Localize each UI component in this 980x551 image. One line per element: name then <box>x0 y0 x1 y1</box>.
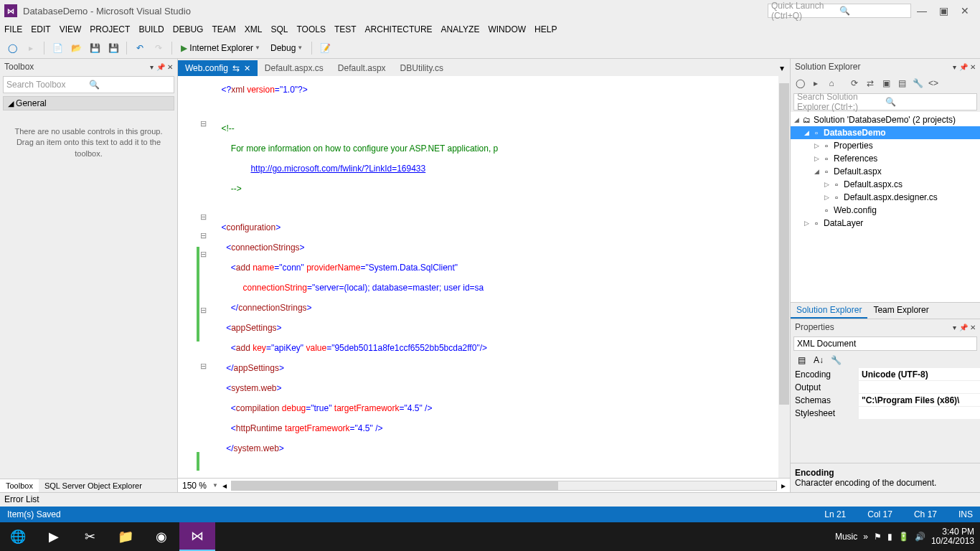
tray-power-icon[interactable]: 🔋 <box>898 532 909 542</box>
expand-icon[interactable]: ▷ <box>802 220 811 227</box>
property-row[interactable]: Stylesheet <box>791 407 980 420</box>
system-tray[interactable]: Music » ⚑ ▮ 🔋 🔊 3:40 PM 10/24/2013 <box>835 527 980 546</box>
se-refresh-icon[interactable]: ⟳ <box>848 77 861 90</box>
nav-back-icon[interactable]: ◯ <box>4 40 20 56</box>
open-file-icon[interactable]: 📂 <box>68 40 84 56</box>
se-preview-icon[interactable]: <> <box>927 77 940 90</box>
chevron-down-icon[interactable]: ▼ <box>212 482 218 489</box>
taskbar-media-icon[interactable]: ▶ <box>36 522 72 551</box>
save-all-icon[interactable]: 💾 <box>105 40 121 56</box>
tree-node[interactable]: ▷▫Properties <box>791 139 980 152</box>
close-icon[interactable]: ✕ <box>167 63 173 71</box>
menu-build[interactable]: BUILD <box>138 24 164 34</box>
tree-solution-root[interactable]: ◢ 🗂 Solution 'DatabaseDemo' (2 projects) <box>791 113 980 126</box>
pin-icon[interactable]: 📌 <box>959 63 968 71</box>
tab-default-aspx-cs[interactable]: Default.aspx.cs <box>258 60 331 76</box>
close-icon[interactable]: ✕ <box>244 64 250 73</box>
solution-tree[interactable]: ◢ 🗂 Solution 'DatabaseDemo' (2 projects)… <box>791 112 980 302</box>
nav-fwd-icon[interactable]: ▸ <box>23 40 39 56</box>
new-project-icon[interactable]: 📄 <box>50 40 65 56</box>
tree-node[interactable]: ▷▫Default.aspx.designer.cs <box>791 191 980 204</box>
tab-toolbox[interactable]: Toolbox <box>0 479 39 492</box>
config-select[interactable]: Debug ▼ <box>267 40 306 56</box>
close-button[interactable]: ✕ <box>954 5 976 17</box>
property-row[interactable]: EncodingUnicode (UTF-8) <box>791 368 980 381</box>
menu-window[interactable]: WINDOW <box>488 24 526 34</box>
pin-icon[interactable]: 📌 <box>156 63 165 71</box>
close-icon[interactable]: ✕ <box>970 324 976 331</box>
tree-node[interactable]: ◢▫DatabaseDemo <box>791 126 980 139</box>
menu-analyze[interactable]: ANALYZE <box>441 24 480 34</box>
start-debug-button[interactable]: ▶ Internet Explorer ▼ <box>177 40 264 56</box>
dropdown-icon[interactable]: ▾ <box>150 63 154 71</box>
save-icon[interactable]: 💾 <box>87 40 103 56</box>
xml-tool-icon[interactable]: 📝 <box>317 40 333 56</box>
se-collapse-icon[interactable]: ▣ <box>880 77 892 90</box>
tab-team-explorer[interactable]: Team Explorer <box>867 303 934 319</box>
tray-network-icon[interactable]: ▮ <box>887 532 892 542</box>
hscroll-right-icon[interactable]: ▸ <box>781 481 786 491</box>
expand-icon[interactable]: ◢ <box>792 116 801 123</box>
menu-test[interactable]: TEST <box>334 24 357 34</box>
expand-icon[interactable]: ◢ <box>812 168 821 175</box>
properties-selector[interactable]: XML Document <box>793 336 977 351</box>
expand-icon[interactable]: ▷ <box>822 194 831 201</box>
close-icon[interactable]: ✕ <box>970 63 976 71</box>
se-fwd-icon[interactable]: ▸ <box>809 77 822 90</box>
undo-icon[interactable]: ↶ <box>132 40 148 56</box>
quick-launch-input[interactable]: Quick Launch (Ctrl+Q) 🔍 <box>768 4 911 18</box>
menu-view[interactable]: VIEW <box>60 24 82 34</box>
se-home-icon[interactable]: ⌂ <box>825 77 838 90</box>
menu-debug[interactable]: DEBUG <box>173 24 204 34</box>
tree-node[interactable]: ▷▫Default.aspx.cs <box>791 178 980 191</box>
tray-clock[interactable]: 3:40 PM 10/24/2013 <box>931 527 974 546</box>
taskbar-chrome-icon[interactable]: ◉ <box>143 522 179 551</box>
prop-value[interactable] <box>859 381 980 393</box>
expand-icon[interactable]: ▷ <box>812 155 821 162</box>
menu-help[interactable]: HELP <box>534 24 557 34</box>
tree-node[interactable]: ▫Web.config <box>791 204 980 217</box>
se-search-input[interactable]: Search Solution Explorer (Ctrl+;) 🔍 <box>793 93 977 110</box>
property-row[interactable]: Output <box>791 381 980 394</box>
menu-tools[interactable]: TOOLS <box>296 24 325 34</box>
expand-icon[interactable]: ◢ <box>802 129 811 136</box>
tree-node[interactable]: ◢▫Default.aspx <box>791 165 980 178</box>
tab-dbutility-cs[interactable]: DBUtility.cs <box>393 60 451 76</box>
tree-node[interactable]: ▷▫DataLayer <box>791 217 980 230</box>
toolbox-group-general[interactable]: ◢ General <box>3 96 174 110</box>
tab-webconfig[interactable]: Web.config ⇆ ✕ <box>178 60 258 76</box>
minimize-button[interactable]: — <box>911 5 933 17</box>
expand-icon[interactable]: ▷ <box>822 181 831 188</box>
se-sync-icon[interactable]: ⇄ <box>864 77 877 90</box>
tray-chevron-icon[interactable]: » <box>863 532 868 542</box>
menu-architecture[interactable]: ARCHITECTURE <box>365 24 433 34</box>
dropdown-icon[interactable]: ▾ <box>953 63 956 71</box>
expand-icon[interactable]: ▷ <box>812 142 821 149</box>
menu-sql[interactable]: SQL <box>270 24 288 34</box>
wrench-icon[interactable]: 🔧 <box>828 352 844 368</box>
alphabetical-icon[interactable]: A↓ <box>811 352 826 368</box>
pin-icon[interactable]: 📌 <box>959 324 968 331</box>
categorized-icon[interactable]: ▤ <box>793 352 809 368</box>
tray-flag-icon[interactable]: ⚑ <box>874 532 882 542</box>
redo-icon[interactable]: ↷ <box>151 40 166 56</box>
menu-edit[interactable]: EDIT <box>31 24 50 34</box>
tree-node[interactable]: ▷▫References <box>791 152 980 165</box>
property-row[interactable]: Schemas"C:\Program Files (x86)\ <box>791 394 980 407</box>
se-properties-icon[interactable]: 🔧 <box>911 77 924 90</box>
prop-value[interactable] <box>859 407 980 419</box>
maximize-button[interactable]: ▣ <box>933 5 954 17</box>
menu-file[interactable]: FILE <box>4 24 22 34</box>
code-editor[interactable]: ⊟ ⊟ ⊟ ⊟ ⊟ ⊟ <?xml version="1.0"?> <!-- F… <box>178 76 790 478</box>
menu-xml[interactable]: XML <box>245 24 263 34</box>
taskbar-ie-icon[interactable]: 🌐 <box>0 522 36 551</box>
toolbox-search-input[interactable]: Search Toolbox 🔍 <box>3 76 174 93</box>
error-list-tab[interactable]: Error List <box>0 492 980 507</box>
prop-value[interactable]: Unicode (UTF-8) <box>859 368 980 380</box>
dropdown-icon[interactable]: ▾ <box>953 324 956 331</box>
tab-sql-object-explorer[interactable]: SQL Server Object Explorer <box>39 479 148 492</box>
hscroll-left-icon[interactable]: ◂ <box>222 481 227 491</box>
zoom-level[interactable]: 150 % <box>182 481 207 491</box>
taskbar-vs-icon[interactable]: ⋈ <box>179 522 215 551</box>
taskbar-explorer-icon[interactable]: 📁 <box>108 522 143 551</box>
